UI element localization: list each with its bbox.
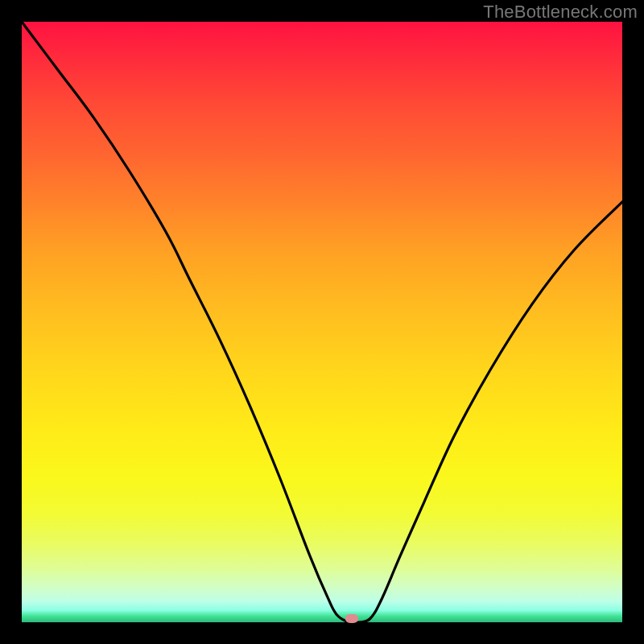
curve-svg [22,22,622,622]
bottleneck-curve-path [22,22,622,622]
plot-area [22,22,622,622]
watermark-text: TheBottleneck.com [483,2,638,23]
optimal-point-marker [345,614,358,623]
chart-container: TheBottleneck.com [0,0,644,644]
